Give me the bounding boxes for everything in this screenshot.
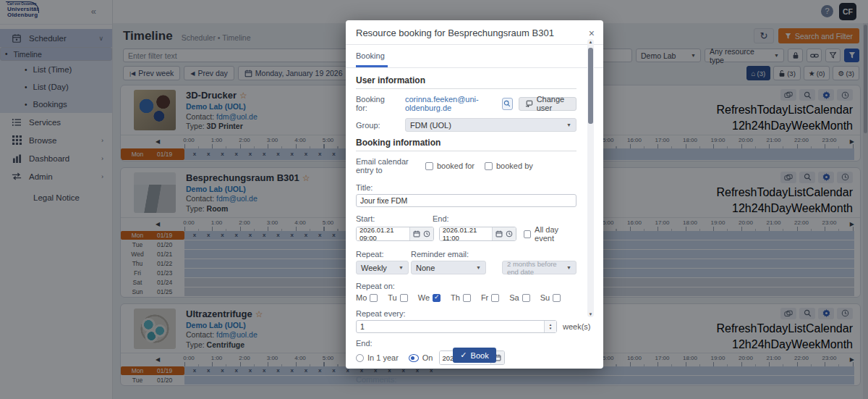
section-user-information: User information — [356, 75, 576, 89]
booking-modal: Resource booking for Besprechungsraum B3… — [346, 20, 603, 369]
calendar-icon[interactable] — [495, 230, 503, 238]
book-button[interactable]: ✓Book — [453, 348, 495, 363]
end-datetime-value[interactable]: 2026.01.21 11:00 — [440, 227, 492, 240]
clock-icon[interactable] — [506, 230, 513, 238]
stepper-down-icon[interactable]: ▼ — [549, 327, 552, 330]
booking-for-email[interactable]: corinna.feeken@uni-oldenburg.de — [405, 95, 500, 112]
weekday-su-checkbox[interactable] — [553, 294, 561, 302]
modal-scrollbar[interactable]: ▲ ▼ — [587, 39, 594, 317]
repeat-on-weekdays: MoTuWeThFrSaSu — [356, 293, 576, 302]
weekday-label: Sa — [509, 293, 519, 302]
booked-by-checkbox[interactable] — [485, 162, 493, 170]
weekday-label: We — [418, 293, 430, 302]
start-datetime-value[interactable]: 2026.01.21 09:00 — [357, 227, 409, 240]
weekday-label: Th — [451, 293, 460, 302]
close-icon[interactable]: × — [589, 29, 595, 38]
section-booking-information: Booking information — [356, 138, 576, 151]
weekday-sa-checkbox[interactable] — [522, 294, 530, 302]
change-user-button[interactable]: Change user — [519, 97, 576, 111]
weekday-mo-checkbox[interactable] — [370, 294, 378, 302]
booked-for-checkbox[interactable] — [425, 162, 433, 170]
group-select[interactable]: FDM (UOL)▼ — [405, 118, 576, 132]
check-icon: ✓ — [460, 350, 467, 360]
repeat-every-input[interactable] — [356, 320, 557, 333]
modal-scrollbar-thumb[interactable] — [588, 48, 593, 124]
weekday-label: Fr — [481, 293, 488, 302]
app-root: Carl von Ossietzky Universität Oldenburg… — [0, 0, 868, 399]
stepper-control[interactable]: ▲▼ — [544, 321, 556, 332]
end-datetime-group: 2026.01.21 11:00 — [439, 227, 516, 241]
reminder-select[interactable]: None▼ — [411, 261, 486, 274]
switch-user-icon — [525, 100, 533, 107]
scroll-down-icon[interactable]: ▼ — [587, 312, 594, 316]
modal-title: Resource booking for Besprechungsraum B3… — [356, 28, 554, 38]
weekday-label: Su — [540, 293, 550, 302]
chevron-down-icon: ▼ — [399, 265, 404, 270]
weekday-label: Mo — [356, 293, 367, 302]
clock-icon[interactable] — [423, 230, 430, 238]
search-icon — [503, 100, 511, 107]
chevron-down-icon: ▼ — [476, 265, 481, 270]
user-search-button[interactable] — [502, 98, 513, 110]
weekday-th-checkbox[interactable] — [463, 294, 471, 302]
repeat-select[interactable]: Weekly▼ — [356, 261, 409, 274]
chevron-down-icon: ▼ — [566, 265, 571, 270]
weekday-label: Tu — [388, 293, 396, 302]
weekday-tu-checkbox[interactable] — [400, 294, 408, 302]
reminder-offset-select: 2 months before end date▼ — [502, 261, 576, 274]
weekday-we-checkbox[interactable] — [433, 294, 441, 302]
weekday-fr-checkbox[interactable] — [491, 294, 499, 302]
scroll-up-icon[interactable]: ▲ — [587, 40, 594, 44]
booking-title-input[interactable] — [356, 194, 576, 207]
start-datetime-group: 2026.01.21 09:00 — [356, 227, 434, 241]
all-day-checkbox[interactable] — [524, 230, 531, 238]
calendar-icon[interactable] — [413, 230, 420, 238]
tab-booking[interactable]: Booking — [356, 51, 388, 67]
chevron-down-icon: ▼ — [566, 122, 571, 127]
